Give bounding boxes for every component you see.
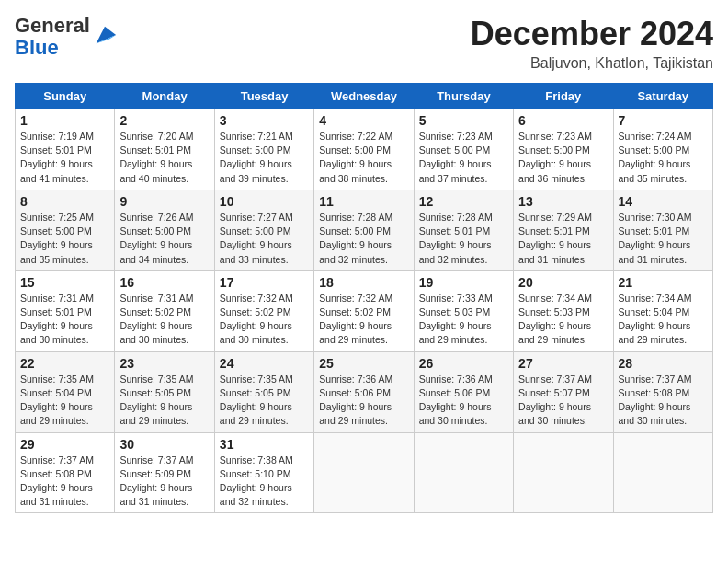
day-number: 5 — [419, 113, 508, 128]
day-number: 17 — [220, 275, 309, 290]
calendar-day-13: 13Sunrise: 7:29 AM Sunset: 5:01 PM Dayli… — [514, 190, 613, 270]
calendar-day-3: 3Sunrise: 7:21 AM Sunset: 5:00 PM Daylig… — [214, 109, 313, 190]
day-number: 3 — [220, 113, 309, 128]
weekday-header-sunday: Sunday — [16, 84, 115, 109]
day-number: 27 — [518, 356, 608, 371]
calendar-day-18: 18Sunrise: 7:32 AM Sunset: 5:02 PM Dayli… — [314, 270, 414, 351]
day-content: Sunrise: 7:38 AM Sunset: 5:10 PM Dayligh… — [220, 454, 309, 510]
day-number: 10 — [220, 194, 309, 209]
day-number: 2 — [119, 113, 209, 128]
day-number: 11 — [319, 194, 408, 209]
calendar-day-20: 20Sunrise: 7:34 AM Sunset: 5:03 PM Dayli… — [514, 270, 613, 351]
calendar-week-1: 1Sunrise: 7:19 AM Sunset: 5:01 PM Daylig… — [16, 109, 713, 190]
calendar-day-4: 4Sunrise: 7:22 AM Sunset: 5:00 PM Daylig… — [314, 109, 414, 190]
calendar-day-1: 1Sunrise: 7:19 AM Sunset: 5:01 PM Daylig… — [16, 109, 115, 190]
calendar-day-25: 25Sunrise: 7:36 AM Sunset: 5:06 PM Dayli… — [314, 351, 414, 432]
logo-icon — [92, 22, 118, 48]
day-number: 15 — [20, 275, 109, 290]
day-number: 25 — [319, 356, 408, 371]
weekday-header-thursday: Thursday — [414, 84, 513, 109]
calendar-day-21: 21Sunrise: 7:34 AM Sunset: 5:04 PM Dayli… — [613, 270, 712, 351]
calendar-day-17: 17Sunrise: 7:32 AM Sunset: 5:02 PM Dayli… — [214, 270, 313, 351]
day-content: Sunrise: 7:37 AM Sunset: 5:08 PM Dayligh… — [20, 454, 109, 510]
empty-cell — [314, 432, 414, 513]
calendar-header-row: SundayMondayTuesdayWednesdayThursdayFrid… — [16, 84, 713, 109]
day-content: Sunrise: 7:29 AM Sunset: 5:01 PM Dayligh… — [518, 211, 608, 267]
day-content: Sunrise: 7:32 AM Sunset: 5:02 PM Dayligh… — [220, 292, 309, 348]
weekday-header-monday: Monday — [115, 84, 214, 109]
calendar-day-29: 29Sunrise: 7:37 AM Sunset: 5:08 PM Dayli… — [16, 432, 115, 513]
day-number: 12 — [419, 194, 508, 209]
calendar-day-28: 28Sunrise: 7:37 AM Sunset: 5:08 PM Dayli… — [613, 351, 712, 432]
month-title: December 2024 — [471, 15, 713, 53]
page-header: General Blue December 2024 Baljuvon, Kha… — [15, 15, 713, 72]
calendar-table: SundayMondayTuesdayWednesdayThursdayFrid… — [15, 83, 713, 513]
day-content: Sunrise: 7:34 AM Sunset: 5:04 PM Dayligh… — [619, 292, 708, 348]
day-number: 31 — [220, 437, 309, 452]
day-number: 29 — [20, 437, 109, 452]
day-number: 8 — [20, 194, 109, 209]
empty-cell — [514, 432, 613, 513]
day-content: Sunrise: 7:35 AM Sunset: 5:05 PM Dayligh… — [119, 373, 209, 429]
calendar-day-7: 7Sunrise: 7:24 AM Sunset: 5:00 PM Daylig… — [613, 109, 712, 190]
calendar-day-5: 5Sunrise: 7:23 AM Sunset: 5:00 PM Daylig… — [414, 109, 513, 190]
calendar-day-6: 6Sunrise: 7:23 AM Sunset: 5:00 PM Daylig… — [514, 109, 613, 190]
calendar-day-22: 22Sunrise: 7:35 AM Sunset: 5:04 PM Dayli… — [16, 351, 115, 432]
day-content: Sunrise: 7:32 AM Sunset: 5:02 PM Dayligh… — [319, 292, 408, 348]
day-number: 1 — [20, 113, 109, 128]
day-number: 4 — [319, 113, 408, 128]
calendar-day-19: 19Sunrise: 7:33 AM Sunset: 5:03 PM Dayli… — [414, 270, 513, 351]
day-number: 23 — [119, 356, 209, 371]
day-content: Sunrise: 7:23 AM Sunset: 5:00 PM Dayligh… — [518, 130, 608, 186]
calendar-day-10: 10Sunrise: 7:27 AM Sunset: 5:00 PM Dayli… — [214, 190, 313, 270]
logo-general: General — [15, 14, 90, 37]
weekday-header-wednesday: Wednesday — [314, 84, 414, 109]
day-content: Sunrise: 7:37 AM Sunset: 5:08 PM Dayligh… — [619, 373, 708, 429]
day-content: Sunrise: 7:20 AM Sunset: 5:01 PM Dayligh… — [119, 130, 209, 186]
weekday-header-friday: Friday — [514, 84, 613, 109]
day-number: 24 — [220, 356, 309, 371]
day-content: Sunrise: 7:34 AM Sunset: 5:03 PM Dayligh… — [518, 292, 608, 348]
day-number: 22 — [20, 356, 109, 371]
calendar-day-27: 27Sunrise: 7:37 AM Sunset: 5:07 PM Dayli… — [514, 351, 613, 432]
logo-blue: Blue — [15, 36, 59, 59]
calendar-day-8: 8Sunrise: 7:25 AM Sunset: 5:00 PM Daylig… — [16, 190, 115, 270]
day-content: Sunrise: 7:35 AM Sunset: 5:04 PM Dayligh… — [20, 373, 109, 429]
calendar-day-11: 11Sunrise: 7:28 AM Sunset: 5:00 PM Dayli… — [314, 190, 414, 270]
day-content: Sunrise: 7:26 AM Sunset: 5:00 PM Dayligh… — [119, 211, 209, 267]
day-number: 6 — [518, 113, 608, 128]
day-number: 7 — [619, 113, 708, 128]
day-number: 9 — [119, 194, 209, 209]
day-content: Sunrise: 7:22 AM Sunset: 5:00 PM Dayligh… — [319, 130, 408, 186]
day-number: 30 — [119, 437, 209, 452]
calendar-day-31: 31Sunrise: 7:38 AM Sunset: 5:10 PM Dayli… — [214, 432, 313, 513]
empty-cell — [613, 432, 712, 513]
title-block: December 2024 Baljuvon, Khatlon, Tajikis… — [471, 15, 713, 72]
calendar-day-16: 16Sunrise: 7:31 AM Sunset: 5:02 PM Dayli… — [115, 270, 214, 351]
day-content: Sunrise: 7:28 AM Sunset: 5:00 PM Dayligh… — [319, 211, 408, 267]
day-number: 20 — [518, 275, 608, 290]
location: Baljuvon, Khatlon, Tajikistan — [471, 55, 713, 72]
day-number: 13 — [518, 194, 608, 209]
day-content: Sunrise: 7:35 AM Sunset: 5:05 PM Dayligh… — [220, 373, 309, 429]
day-number: 26 — [419, 356, 508, 371]
day-content: Sunrise: 7:33 AM Sunset: 5:03 PM Dayligh… — [419, 292, 508, 348]
logo: General Blue — [15, 15, 118, 59]
calendar-week-2: 8Sunrise: 7:25 AM Sunset: 5:00 PM Daylig… — [16, 190, 713, 270]
weekday-header-saturday: Saturday — [613, 84, 712, 109]
calendar-body: 1Sunrise: 7:19 AM Sunset: 5:01 PM Daylig… — [16, 109, 713, 513]
day-content: Sunrise: 7:19 AM Sunset: 5:01 PM Dayligh… — [20, 130, 109, 186]
calendar-day-24: 24Sunrise: 7:35 AM Sunset: 5:05 PM Dayli… — [214, 351, 313, 432]
day-content: Sunrise: 7:31 AM Sunset: 5:01 PM Dayligh… — [20, 292, 109, 348]
day-number: 21 — [619, 275, 708, 290]
weekday-header-tuesday: Tuesday — [214, 84, 313, 109]
day-number: 14 — [619, 194, 708, 209]
day-content: Sunrise: 7:21 AM Sunset: 5:00 PM Dayligh… — [220, 130, 309, 186]
day-content: Sunrise: 7:31 AM Sunset: 5:02 PM Dayligh… — [119, 292, 209, 348]
day-content: Sunrise: 7:36 AM Sunset: 5:06 PM Dayligh… — [319, 373, 408, 429]
calendar-day-15: 15Sunrise: 7:31 AM Sunset: 5:01 PM Dayli… — [16, 270, 115, 351]
day-content: Sunrise: 7:37 AM Sunset: 5:09 PM Dayligh… — [119, 454, 209, 510]
calendar-week-4: 22Sunrise: 7:35 AM Sunset: 5:04 PM Dayli… — [16, 351, 713, 432]
svg-marker-0 — [97, 27, 116, 44]
calendar-week-5: 29Sunrise: 7:37 AM Sunset: 5:08 PM Dayli… — [16, 432, 713, 513]
